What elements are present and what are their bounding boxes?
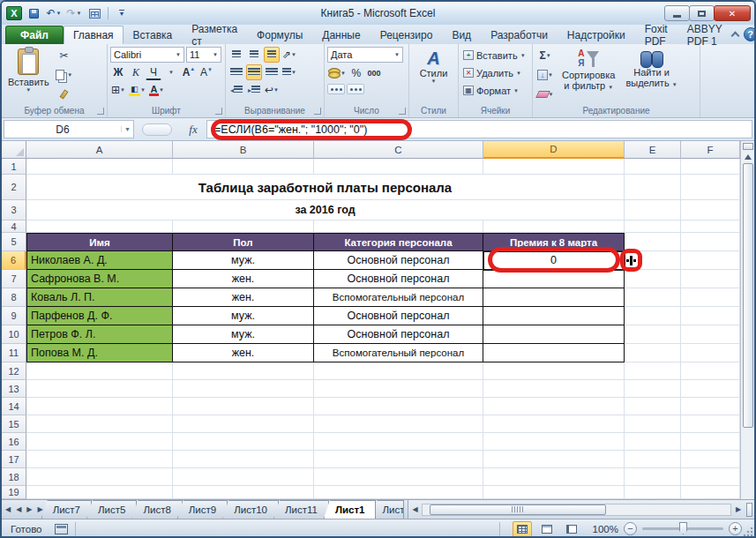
page-break-view-button[interactable] bbox=[562, 521, 581, 537]
bold-button[interactable]: Ж bbox=[110, 64, 126, 80]
horizontal-split-handle[interactable] bbox=[746, 503, 752, 517]
cell-b6[interactable]: муж. bbox=[173, 251, 314, 270]
align-bottom-button[interactable] bbox=[264, 47, 280, 63]
cell[interactable] bbox=[483, 220, 625, 233]
cell[interactable] bbox=[26, 415, 173, 433]
cell[interactable] bbox=[625, 468, 681, 486]
horizontal-scroll-thumb[interactable] bbox=[430, 504, 606, 515]
percent-button[interactable]: % bbox=[348, 65, 364, 81]
sheet-tab-list1-active[interactable]: Лист1 bbox=[324, 500, 377, 519]
cell-c10[interactable]: Основной персонал bbox=[314, 325, 483, 344]
cell[interactable] bbox=[681, 307, 740, 325]
vertical-scroll-thumb[interactable] bbox=[743, 163, 753, 428]
row-header-4[interactable]: 4 bbox=[2, 220, 26, 233]
cell[interactable] bbox=[173, 451, 314, 468]
scroll-left-icon[interactable]: ◀ bbox=[408, 505, 421, 513]
cell[interactable] bbox=[625, 307, 681, 325]
cell-b11[interactable]: жен. bbox=[173, 344, 314, 362]
cell-c9[interactable]: Основной персонал bbox=[314, 307, 483, 325]
row-header-19[interactable]: 19 bbox=[2, 486, 26, 499]
cell-b9[interactable]: муж. bbox=[173, 307, 314, 325]
cell[interactable] bbox=[26, 380, 173, 398]
cell[interactable] bbox=[625, 159, 681, 175]
horizontal-scrollbar[interactable]: ◀ ▶ bbox=[408, 500, 754, 519]
row-header-8[interactable]: 8 bbox=[2, 288, 26, 307]
cell[interactable] bbox=[26, 468, 173, 486]
cell[interactable] bbox=[625, 415, 681, 433]
autosum-button[interactable]: Σ▼ bbox=[535, 47, 555, 64]
row-header-13[interactable]: 13 bbox=[2, 380, 26, 398]
wrap-text-button[interactable]: ↩▼ bbox=[264, 82, 280, 98]
cell[interactable] bbox=[625, 362, 681, 380]
cell-styles-button[interactable]: А Стили▼ bbox=[416, 47, 452, 104]
tab-home[interactable]: Главная bbox=[64, 26, 124, 44]
cell[interactable] bbox=[314, 415, 483, 433]
help-icon[interactable]: ? bbox=[744, 27, 756, 41]
row-header-16[interactable]: 16 bbox=[2, 433, 26, 451]
name-box[interactable]: D6▼ bbox=[4, 120, 134, 138]
column-header-f[interactable]: F bbox=[681, 141, 740, 159]
cell[interactable] bbox=[314, 159, 483, 175]
cell[interactable] bbox=[625, 486, 681, 499]
collapse-ribbon-icon[interactable] bbox=[730, 32, 739, 41]
normal-view-button[interactable] bbox=[513, 521, 532, 537]
cell[interactable] bbox=[681, 451, 740, 468]
cell-c6[interactable]: Основной персонал bbox=[314, 251, 483, 270]
row-header-12[interactable]: 12 bbox=[2, 362, 26, 380]
formula-input[interactable]: =ЕСЛИ(B6="жен."; "1000"; "0") bbox=[206, 120, 752, 138]
increase-decimal-button[interactable] bbox=[327, 84, 345, 94]
cell[interactable] bbox=[625, 433, 681, 451]
cell[interactable] bbox=[314, 362, 483, 380]
cell-a11[interactable]: Попова М. Д. bbox=[26, 344, 173, 362]
find-select-button[interactable]: Найти ивыделить ▼ bbox=[622, 47, 680, 104]
row-header-1[interactable]: 1 bbox=[2, 159, 26, 175]
cell[interactable] bbox=[26, 486, 173, 499]
maximize-button[interactable] bbox=[689, 5, 715, 21]
page-layout-view-button[interactable] bbox=[537, 521, 557, 537]
delete-cells-button[interactable]: ✕Удалить▼ bbox=[461, 64, 529, 81]
cell[interactable] bbox=[26, 159, 173, 175]
scroll-up-icon[interactable] bbox=[745, 154, 752, 160]
align-left-button[interactable] bbox=[228, 64, 244, 80]
cell-a9[interactable]: Парфенов Д. Ф. bbox=[26, 307, 173, 325]
cell[interactable] bbox=[483, 415, 625, 433]
cell[interactable] bbox=[314, 433, 483, 451]
save-button[interactable] bbox=[25, 5, 42, 21]
row-header-14[interactable]: 14 bbox=[2, 398, 26, 415]
cell[interactable] bbox=[173, 433, 314, 451]
cell-a6[interactable]: Николаев А. Д. bbox=[26, 251, 173, 270]
sheet-title[interactable]: Таблица заработной платы персонала bbox=[26, 175, 625, 200]
table-header-bonus[interactable]: Премия к 8 марта bbox=[483, 233, 625, 251]
cell[interactable] bbox=[483, 433, 625, 451]
orientation-button[interactable]: ⇗▼ bbox=[281, 47, 297, 63]
cell-b10[interactable]: муж. bbox=[173, 325, 314, 344]
sheet-tab-list11[interactable]: Лист11 bbox=[273, 500, 329, 519]
tab-view[interactable]: Вид bbox=[442, 26, 481, 44]
cell[interactable] bbox=[681, 433, 740, 451]
tab-data[interactable]: Данные bbox=[312, 26, 370, 44]
cell[interactable] bbox=[625, 251, 681, 270]
column-header-c[interactable]: C bbox=[314, 141, 483, 159]
row-header-10[interactable]: 10 bbox=[2, 325, 26, 344]
zoom-level-label[interactable]: 100% bbox=[587, 524, 618, 534]
customize-qat-button[interactable]: ▼ bbox=[113, 5, 131, 21]
column-header-a[interactable]: A bbox=[26, 141, 173, 159]
redo-button[interactable]: ↷▼ bbox=[65, 5, 83, 21]
select-all-corner[interactable] bbox=[2, 141, 26, 159]
cell[interactable] bbox=[681, 468, 740, 486]
tab-developer[interactable]: Разработчи bbox=[481, 26, 558, 44]
cell-d7[interactable] bbox=[483, 270, 625, 288]
column-header-d[interactable]: D bbox=[483, 141, 625, 159]
decrease-indent-button[interactable]: ◂ bbox=[228, 82, 244, 98]
borders-button[interactable]: ⊞▼ bbox=[110, 82, 126, 98]
row-header-11[interactable]: 11 bbox=[2, 344, 26, 362]
font-name-combo[interactable]: Calibri▼ bbox=[110, 47, 184, 63]
decrease-decimal-button[interactable] bbox=[347, 84, 364, 94]
insert-cells-button[interactable]: +Вставить▼ bbox=[461, 47, 529, 64]
number-format-combo[interactable]: Дата▼ bbox=[327, 47, 403, 63]
cell[interactable] bbox=[625, 380, 681, 398]
cut-button[interactable]: ✂ bbox=[55, 47, 74, 64]
excel-logo-icon[interactable]: X bbox=[6, 6, 22, 20]
cell[interactable] bbox=[173, 362, 314, 380]
row-header-15[interactable]: 15 bbox=[2, 415, 26, 433]
